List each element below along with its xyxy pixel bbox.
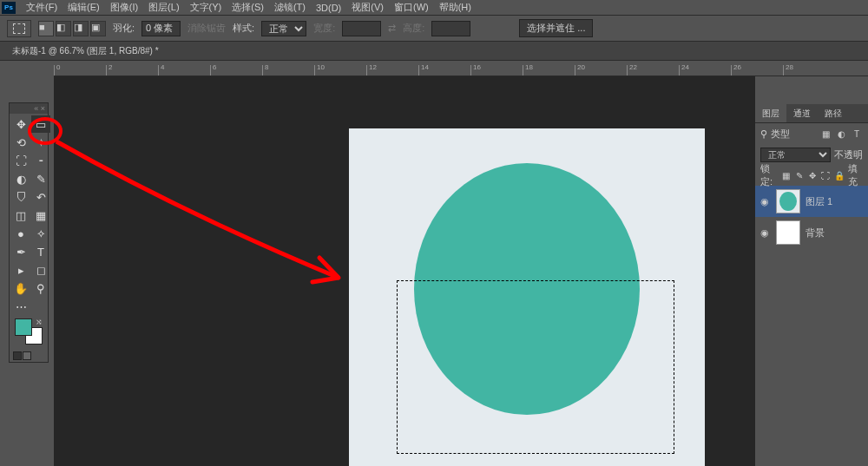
dodge-tool[interactable]: ⟡ xyxy=(31,225,50,242)
width-label: 宽度: xyxy=(313,22,335,35)
width-input xyxy=(342,21,381,36)
layer-name[interactable]: 背景 xyxy=(806,226,825,240)
lock-move-icon[interactable]: ✥ xyxy=(807,169,817,181)
selection-subtract-button[interactable]: ◨ xyxy=(73,21,89,36)
magic-wand-tool[interactable]: ✧ xyxy=(31,134,50,151)
hand-tool[interactable]: ✋ xyxy=(11,279,30,297)
menu-image[interactable]: 图像(I) xyxy=(105,0,143,16)
filter-adjust-icon[interactable]: ◐ xyxy=(835,128,847,140)
search-icon: ⚲ xyxy=(760,128,767,140)
swap-colors-icon[interactable]: ⤭ xyxy=(36,318,43,326)
history-brush-tool[interactable]: ↶ xyxy=(31,188,50,206)
canvas-area[interactable] xyxy=(54,76,755,466)
menu-3d[interactable]: 3D(D) xyxy=(311,1,346,15)
menu-view[interactable]: 视图(V) xyxy=(346,0,389,16)
selection-new-button[interactable]: ■ xyxy=(38,21,54,36)
ruler-horizontal: 0 2 4 6 8 10 12 14 16 18 20 22 24 26 28 xyxy=(54,62,868,76)
color-swatches: ⤭ xyxy=(10,317,48,350)
zoom-tool[interactable]: ⚲ xyxy=(31,279,50,297)
ps-logo-icon: Ps xyxy=(2,2,16,14)
fill-label: 填充 xyxy=(848,162,864,188)
menu-type[interactable]: 文字(Y) xyxy=(185,0,227,16)
options-bar: ■ ◧ ◨ ▣ 羽化: 消除锯齿 样式: 正常 宽度: ⇄ 高度: 选择并遮住 … xyxy=(0,16,868,42)
shape-tool[interactable]: ◻ xyxy=(31,261,50,279)
height-input xyxy=(431,21,470,36)
swap-wh-icon: ⇄ xyxy=(388,23,396,34)
brush-tool[interactable]: ✎ xyxy=(31,170,50,187)
lasso-tool[interactable]: ⟲ xyxy=(11,134,30,151)
layer-row-1[interactable]: ◉ 图层 1 xyxy=(755,186,868,217)
filter-pixel-icon[interactable]: ▦ xyxy=(819,128,832,140)
layer-name[interactable]: 图层 1 xyxy=(806,195,832,208)
menu-select[interactable]: 选择(S) xyxy=(227,0,269,16)
menu-bar: Ps 文件(F) 编辑(E) 图像(I) 图层(L) 文字(Y) 选择(S) 滤… xyxy=(0,0,868,16)
spot-heal-tool[interactable]: ◐ xyxy=(11,170,30,187)
foreground-color[interactable] xyxy=(15,318,32,336)
document-tab[interactable]: 未标题-1 @ 66.7% (图层 1, RGB/8#) * xyxy=(3,43,168,60)
eraser-tool[interactable]: ◫ xyxy=(11,207,30,224)
filter-type-icon[interactable]: T xyxy=(851,128,863,140)
lock-artboard-icon[interactable]: ⛶ xyxy=(820,169,830,181)
visibility-toggle-icon[interactable]: ◉ xyxy=(759,196,771,207)
select-and-mask-button[interactable]: 选择并遮住 ... xyxy=(519,19,593,37)
marquee-selection xyxy=(397,280,674,454)
lock-all-icon[interactable]: 🔒 xyxy=(834,169,845,181)
toolbox: « × ✥ ▭ ⟲ ✧ ⛶ ⁃ ◐ ✎ ⛉ ↶ ◫ ▦ ● ⟡ ✒ T ▸ ◻ … xyxy=(9,102,49,363)
blur-tool[interactable]: ● xyxy=(11,225,30,242)
visibility-toggle-icon[interactable]: ◉ xyxy=(759,227,771,239)
blend-mode-select[interactable]: 正常 xyxy=(760,148,831,162)
selection-intersect-button[interactable]: ▣ xyxy=(90,21,106,36)
crop-tool[interactable]: ⛶ xyxy=(11,152,30,169)
menu-edit[interactable]: 编辑(E) xyxy=(62,0,105,16)
layer-thumbnail[interactable] xyxy=(776,189,800,213)
toolbox-header[interactable]: « × xyxy=(10,103,48,114)
path-select-tool[interactable]: ▸ xyxy=(11,261,30,279)
menu-file[interactable]: 文件(F) xyxy=(21,0,62,16)
document-tab-bar: 未标题-1 @ 66.7% (图层 1, RGB/8#) * xyxy=(0,42,868,61)
panel-tabs: 图层 通道 路径 xyxy=(755,104,868,123)
antialias-label: 消除锯齿 xyxy=(187,22,226,35)
panels-area: 图层 通道 路径 ⚲ 类型 ▦ ◐ T 正常 不透明 锁定: ▦ ✎ ✥ ⛶ 🔒… xyxy=(755,104,868,248)
quick-mask-icon[interactable] xyxy=(13,351,22,360)
pen-tool[interactable]: ✒ xyxy=(11,243,30,260)
clone-stamp-tool[interactable]: ⛉ xyxy=(11,188,30,206)
gradient-tool[interactable]: ▦ xyxy=(31,207,50,224)
edit-toolbar[interactable]: ⋯ xyxy=(11,298,30,315)
opacity-label: 不透明 xyxy=(834,148,863,161)
selection-mode-group: ■ ◧ ◨ ▣ xyxy=(38,21,106,36)
feather-input[interactable] xyxy=(141,21,181,36)
move-tool[interactable]: ✥ xyxy=(11,115,30,133)
menu-layer[interactable]: 图层(L) xyxy=(143,0,184,16)
marquee-tool[interactable]: ▭ xyxy=(31,115,50,133)
type-tool[interactable]: T xyxy=(31,243,50,260)
artboard xyxy=(349,128,705,466)
menu-help[interactable]: 帮助(H) xyxy=(434,0,477,16)
menu-window[interactable]: 窗口(W) xyxy=(389,0,434,16)
filter-label: 类型 xyxy=(771,128,790,141)
tab-paths[interactable]: 路径 xyxy=(818,104,849,122)
height-label: 高度: xyxy=(403,22,424,35)
layer-thumbnail[interactable] xyxy=(776,220,800,245)
lock-label: 锁定: xyxy=(760,162,778,188)
selection-add-button[interactable]: ◧ xyxy=(56,21,71,36)
tool-preset-picker[interactable] xyxy=(7,20,31,37)
lock-transparent-icon[interactable]: ▦ xyxy=(781,169,791,181)
style-select[interactable]: 正常 xyxy=(261,21,306,36)
lock-brush-icon[interactable]: ✎ xyxy=(794,169,804,181)
tab-layers[interactable]: 图层 xyxy=(755,104,786,122)
layer-row-background[interactable]: ◉ 背景 xyxy=(755,217,868,248)
style-label: 样式: xyxy=(233,22,254,35)
screen-mode-icon[interactable] xyxy=(23,351,31,360)
menu-filter[interactable]: 滤镜(T) xyxy=(269,0,311,16)
feather-label: 羽化: xyxy=(113,22,135,35)
tab-channels[interactable]: 通道 xyxy=(786,104,818,122)
eyedropper-tool[interactable]: ⁃ xyxy=(31,152,50,169)
